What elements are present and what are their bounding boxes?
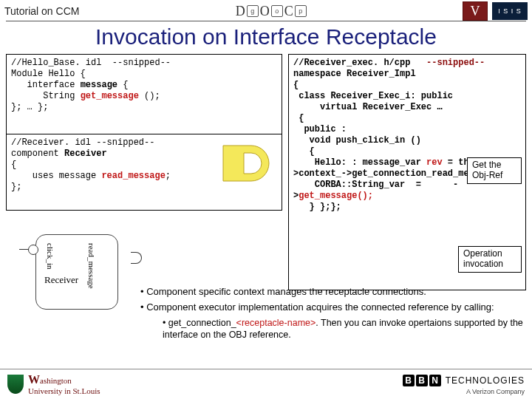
bbn-logo: BBN TECHNOLOGIES A Verizon Company (403, 373, 525, 395)
bullet-2: • Component executor implementation acqu… (140, 301, 523, 314)
receiver-diagram: click_in read_message Receiver (6, 230, 132, 318)
vanderbilt-logo: V (463, 1, 488, 21)
tutorial-label: Tutorial on CCM (4, 5, 79, 17)
port-click-in-icon (28, 245, 38, 255)
footer: WWashingtonashington University in St.Lo… (0, 369, 532, 399)
code-hello-base: //Hello_Base. idl --snipped-- Module Hel… (6, 54, 282, 135)
label-read-message: read_message (87, 243, 96, 289)
receptacle-port-icon (131, 252, 142, 264)
bullet-list: • Component specific context manages the… (140, 283, 523, 344)
label-click-in: click_in (46, 243, 55, 269)
isis-logo: I S I S (492, 2, 528, 20)
right-logos: V I S I S (463, 1, 528, 21)
bullet-3: • get_connection_<receptacle-name>. Then… (163, 317, 523, 341)
content-area: //Hello_Base. idl --snipped-- Module Hel… (0, 54, 532, 357)
doc-group-logo: Dg Oo Cp (236, 4, 307, 19)
slide-title: Invocation on Interface Receptacle (0, 24, 532, 50)
label-receiver: Receiver (44, 274, 78, 286)
receptacle-symbol-icon (222, 140, 273, 187)
note-get-objref: Get the Obj-Ref (467, 157, 522, 184)
shield-icon (7, 375, 24, 394)
bullet-1: • Component specific context manages the… (140, 286, 523, 299)
wustl-logo: WWashingtonashington University in St.Lo… (7, 373, 100, 395)
top-bar: Tutorial on CCM Dg Oo Cp V I S I S (0, 0, 532, 21)
note-operation-invocation: Operation invocation (458, 246, 522, 273)
